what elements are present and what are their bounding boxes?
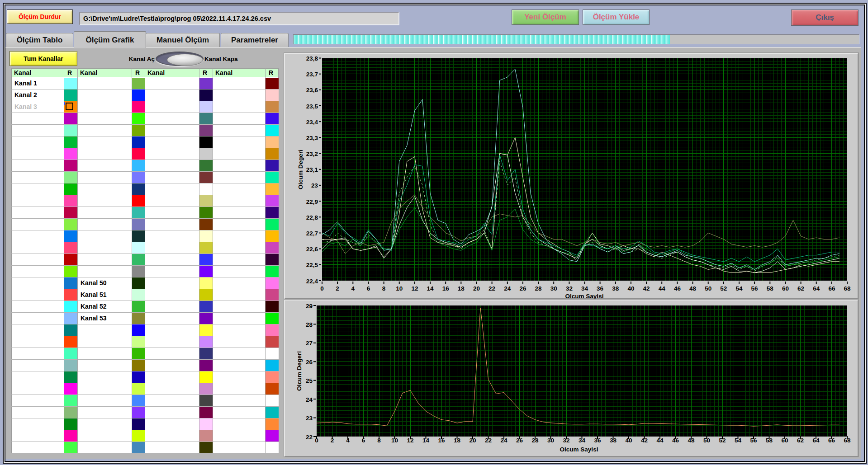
svg-text:6: 6 (362, 437, 365, 444)
svg-text:42: 42 (641, 437, 648, 444)
svg-text:Olcum Degeri: Olcum Degeri (297, 150, 304, 189)
svg-text:60: 60 (781, 437, 788, 444)
svg-text:48: 48 (689, 285, 697, 292)
svg-text:28: 28 (531, 437, 539, 444)
svg-text:Olcum Sayisi: Olcum Sayisi (560, 446, 598, 453)
svg-text:26: 26 (516, 437, 523, 444)
svg-text:24: 24 (306, 396, 313, 403)
svg-text:23: 23 (311, 182, 318, 189)
svg-text:22,4: 22,4 (306, 278, 318, 285)
svg-text:66: 66 (828, 437, 835, 444)
svg-text:54: 54 (735, 285, 743, 292)
svg-text:56: 56 (750, 437, 757, 444)
svg-text:44: 44 (659, 285, 666, 292)
svg-text:22: 22 (306, 434, 313, 441)
svg-text:68: 68 (844, 285, 851, 292)
svg-text:40: 40 (625, 437, 632, 444)
svg-text:23,2: 23,2 (306, 150, 318, 157)
svg-text:34: 34 (581, 285, 588, 292)
svg-text:23,7: 23,7 (306, 71, 318, 78)
svg-text:12: 12 (411, 285, 418, 292)
svg-text:58: 58 (766, 437, 773, 444)
svg-text:46: 46 (672, 437, 679, 444)
svg-text:0: 0 (320, 285, 324, 292)
svg-text:10: 10 (391, 437, 398, 444)
svg-text:52: 52 (720, 285, 727, 292)
svg-text:62: 62 (797, 285, 804, 292)
svg-text:Olcum Sayisi: Olcum Sayisi (565, 293, 604, 300)
svg-text:14: 14 (422, 437, 430, 444)
svg-text:6: 6 (367, 285, 370, 292)
svg-text:38: 38 (612, 285, 619, 292)
svg-text:40: 40 (627, 285, 634, 292)
svg-text:10: 10 (396, 285, 403, 292)
svg-text:Olcum Degeri: Olcum Degeri (296, 351, 303, 391)
svg-text:24: 24 (500, 437, 508, 444)
svg-text:26: 26 (306, 359, 313, 366)
svg-text:36: 36 (597, 285, 604, 292)
svg-text:22,5: 22,5 (306, 262, 318, 268)
svg-text:42: 42 (643, 285, 650, 292)
svg-text:23,4: 23,4 (306, 119, 318, 126)
svg-text:29: 29 (306, 303, 313, 310)
svg-text:34: 34 (579, 437, 586, 444)
svg-text:12: 12 (407, 437, 413, 444)
svg-text:0: 0 (315, 437, 318, 444)
svg-text:32: 32 (563, 437, 569, 444)
svg-text:68: 68 (844, 437, 851, 444)
svg-text:20: 20 (469, 437, 476, 444)
svg-text:30: 30 (550, 285, 557, 292)
svg-text:64: 64 (812, 437, 820, 444)
svg-text:62: 62 (797, 437, 804, 444)
svg-text:8: 8 (382, 285, 386, 292)
svg-text:22,7: 22,7 (306, 230, 318, 237)
svg-text:22: 22 (485, 437, 492, 444)
svg-text:14: 14 (427, 285, 434, 292)
svg-text:20: 20 (473, 285, 480, 292)
svg-text:64: 64 (813, 285, 820, 292)
svg-text:2: 2 (336, 285, 339, 292)
svg-text:22,6: 22,6 (306, 246, 318, 253)
svg-text:27: 27 (306, 340, 313, 347)
svg-text:23,5: 23,5 (306, 103, 318, 110)
svg-text:18: 18 (454, 437, 461, 444)
svg-text:23,1: 23,1 (306, 166, 318, 173)
svg-text:23,3: 23,3 (306, 135, 318, 141)
svg-text:22,9: 22,9 (306, 198, 318, 205)
svg-text:23: 23 (306, 415, 313, 422)
svg-text:22: 22 (489, 285, 495, 292)
svg-text:8: 8 (377, 437, 381, 444)
svg-text:23,8: 23,8 (306, 55, 318, 62)
svg-text:32: 32 (566, 285, 573, 292)
svg-text:16: 16 (442, 285, 450, 292)
svg-text:2: 2 (331, 437, 334, 444)
svg-text:58: 58 (767, 285, 774, 292)
svg-text:18: 18 (458, 285, 465, 292)
svg-text:28: 28 (306, 321, 313, 328)
svg-text:30: 30 (547, 437, 554, 444)
svg-text:60: 60 (782, 285, 789, 292)
svg-text:26: 26 (519, 285, 526, 292)
svg-text:23,6: 23,6 (306, 87, 318, 94)
svg-text:28: 28 (535, 285, 542, 292)
svg-text:66: 66 (828, 285, 835, 292)
svg-text:24: 24 (504, 285, 511, 292)
svg-text:36: 36 (594, 437, 601, 444)
svg-text:25: 25 (306, 377, 313, 384)
svg-text:44: 44 (656, 437, 664, 444)
svg-text:4: 4 (346, 437, 350, 444)
svg-text:46: 46 (674, 285, 681, 292)
svg-text:48: 48 (688, 437, 695, 444)
svg-text:54: 54 (735, 437, 742, 444)
svg-text:52: 52 (719, 437, 726, 444)
svg-text:22,8: 22,8 (306, 214, 318, 221)
svg-text:4: 4 (351, 285, 355, 292)
svg-text:50: 50 (705, 285, 711, 292)
svg-text:50: 50 (703, 437, 710, 444)
svg-text:16: 16 (438, 437, 445, 444)
svg-text:56: 56 (751, 285, 759, 292)
svg-text:38: 38 (610, 437, 617, 444)
